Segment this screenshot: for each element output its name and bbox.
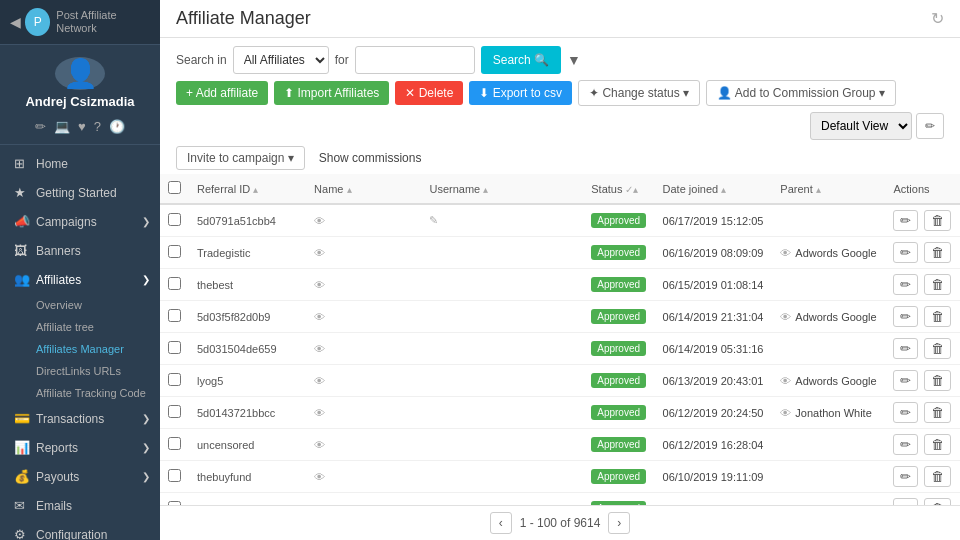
delete-row-button[interactable]: 🗑 (924, 338, 951, 359)
import-affiliates-button[interactable]: ⬆ Import Affiliates (274, 81, 389, 105)
affiliate-name: Corey Wu (329, 503, 378, 506)
change-status-button[interactable]: ✦ Change status ▾ (578, 80, 700, 106)
add-affiliate-button[interactable]: + Add affiliate (176, 81, 268, 105)
edit-row-button[interactable]: ✏ (893, 306, 918, 327)
avatar-icon: 👤 (63, 57, 98, 90)
row-checkbox[interactable] (168, 309, 181, 322)
row-checkbox[interactable] (168, 437, 181, 450)
row-checkbox[interactable] (168, 469, 181, 482)
invite-campaign-button[interactable]: Invite to campaign ▾ (176, 146, 305, 170)
col-date-joined[interactable]: Date joined ▴ (655, 174, 773, 204)
col-username[interactable]: Username ▴ (421, 174, 583, 204)
edit-row-button[interactable]: ✏ (893, 210, 918, 231)
col-referral-id[interactable]: Referral ID ▴ (189, 174, 306, 204)
banner-icon: 🖼 (14, 243, 28, 258)
edit-row-button[interactable]: ✏ (893, 370, 918, 391)
edit-row-button[interactable]: ✏ (893, 434, 918, 455)
add-commission-group-button[interactable]: 👤 Add to Commission Group ▾ (706, 80, 896, 106)
edit-row-button[interactable]: ✏ (893, 498, 918, 505)
eye-icon[interactable]: 👁 (314, 439, 325, 451)
name-cell: 👁Joshua Frank (306, 397, 421, 429)
edit-view-button[interactable]: ✏ (916, 113, 944, 139)
row-checkbox[interactable] (168, 277, 181, 290)
date-joined-cell: 06/15/2019 01:08:14 (655, 269, 773, 301)
edit-row-button[interactable]: ✏ (893, 242, 918, 263)
sidebar-item-banners[interactable]: 🖼 Banners (0, 236, 160, 265)
filter-icon[interactable]: ▼ (567, 52, 581, 68)
edit-row-button[interactable]: ✏ (893, 338, 918, 359)
eye-icon[interactable]: 👁 (314, 343, 325, 355)
edit-row-button[interactable]: ✏ (893, 274, 918, 295)
eye-icon[interactable]: 👁 (314, 279, 325, 291)
edit-row-button[interactable]: ✏ (893, 402, 918, 423)
sidebar-item-overview[interactable]: Overview (0, 294, 160, 316)
table-wrap: Referral ID ▴ Name ▴ Username ▴ Status ✓… (160, 174, 960, 505)
eye-icon[interactable]: 👁 (314, 215, 325, 227)
col-parent[interactable]: Parent ▴ (772, 174, 885, 204)
row-checkbox[interactable] (168, 341, 181, 354)
search-dropdown[interactable]: All Affiliates (233, 46, 329, 74)
show-commissions-button[interactable]: Show commissions (313, 147, 428, 169)
delete-row-button[interactable]: 🗑 (924, 402, 951, 423)
delete-row-button[interactable]: 🗑 (924, 274, 951, 295)
sidebar-item-campaigns[interactable]: 📣 Campaigns ❯ (0, 207, 160, 236)
parent-cell: 👁Adwords Google (772, 301, 885, 333)
delete-row-button[interactable]: 🗑 (924, 434, 951, 455)
search-button[interactable]: Search 🔍 (481, 46, 561, 74)
sidebar-item-affiliates-manager[interactable]: Affiliates Manager (0, 338, 160, 360)
row-checkbox[interactable] (168, 373, 181, 386)
sidebar-item-emails[interactable]: ✉ Emails (0, 491, 160, 520)
sidebar-item-affiliate-tracking-code[interactable]: Affiliate Tracking Code (0, 382, 160, 404)
inline-edit-icon[interactable]: ✎ (429, 214, 438, 226)
help-icon[interactable]: ? (94, 119, 101, 134)
sidebar-item-directlinks-urls[interactable]: DirectLinks URLs (0, 360, 160, 382)
eye-icon[interactable]: 👁 (314, 247, 325, 259)
clock-icon[interactable]: 🕐 (109, 119, 125, 134)
row-checkbox-cell (160, 237, 189, 269)
status-cell: Approved (583, 397, 654, 429)
sidebar-item-transactions[interactable]: 💳 Transactions ❯ (0, 404, 160, 433)
eye-icon[interactable]: 👁 (314, 471, 325, 483)
view-select[interactable]: Default View (810, 112, 912, 140)
sidebar-item-home[interactable]: ⊞ Home (0, 149, 160, 178)
affiliate-name: Jenny Doheny (329, 311, 399, 323)
sidebar-item-affiliate-tree[interactable]: Affiliate tree (0, 316, 160, 338)
affiliate-name: Andy Young (329, 247, 388, 259)
eye-icon[interactable]: 👁 (314, 407, 325, 419)
delete-row-button[interactable]: 🗑 (924, 306, 951, 327)
sidebar-back-button[interactable]: ◀ (10, 14, 21, 30)
row-checkbox[interactable] (168, 213, 181, 226)
row-checkbox[interactable] (168, 245, 181, 258)
sidebar-item-configuration[interactable]: ⚙ Configuration (0, 520, 160, 540)
table-header: Referral ID ▴ Name ▴ Username ▴ Status ✓… (160, 174, 960, 204)
next-page-button[interactable]: › (608, 512, 630, 534)
prev-page-button[interactable]: ‹ (490, 512, 512, 534)
col-status[interactable]: Status ✓▴ (583, 174, 654, 204)
export-csv-button[interactable]: ⬇ Export to csv (469, 81, 572, 105)
select-all-checkbox[interactable] (168, 181, 181, 194)
delete-row-button[interactable]: 🗑 (924, 370, 951, 391)
sidebar-item-getting-started[interactable]: ★ Getting Started (0, 178, 160, 207)
sidebar-item-payouts[interactable]: 💰 Payouts ❯ (0, 462, 160, 491)
delete-row-button[interactable]: 🗑 (924, 466, 951, 487)
sidebar-item-affiliates[interactable]: 👥 Affiliates ❯ (0, 265, 160, 294)
sidebar-item-reports[interactable]: 📊 Reports ❯ (0, 433, 160, 462)
delete-row-button[interactable]: 🗑 (924, 242, 951, 263)
row-checkbox[interactable] (168, 405, 181, 418)
eye-icon[interactable]: 👁 (314, 375, 325, 387)
edit-icon[interactable]: ✏ (35, 119, 46, 134)
search-input[interactable] (355, 46, 475, 74)
refresh-icon[interactable]: ↻ (931, 9, 944, 28)
delete-row-button[interactable]: 🗑 (924, 498, 951, 505)
edit-row-button[interactable]: ✏ (893, 466, 918, 487)
delete-row-button[interactable]: 🗑 (924, 210, 951, 231)
desktop-icon[interactable]: 💻 (54, 119, 70, 134)
eye-icon[interactable]: 👁 (314, 311, 325, 323)
actions-cell: ✏ 🗑 (885, 269, 960, 301)
toolbar: Search in All Affiliates for Search 🔍 ▼ … (160, 38, 960, 174)
col-name[interactable]: Name ▴ (306, 174, 421, 204)
heart-icon[interactable]: ♥ (78, 119, 86, 134)
nav-label: Reports (36, 441, 78, 455)
delete-button[interactable]: ✕ Delete (395, 81, 463, 105)
name-cell: 👁Bruce Bradley (306, 269, 421, 301)
